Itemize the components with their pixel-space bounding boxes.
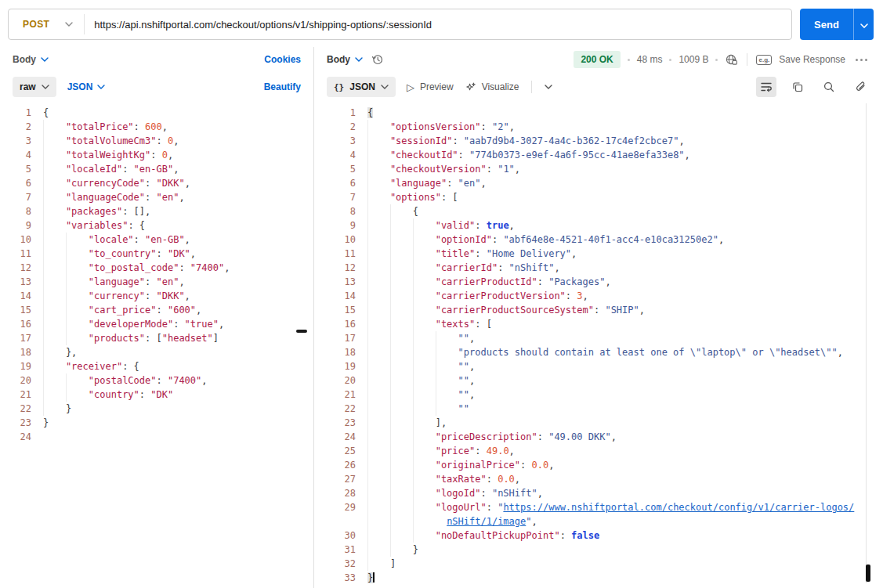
response-format-dropdown[interactable]: {} JSON bbox=[327, 77, 396, 97]
code-token: { bbox=[413, 206, 418, 217]
code-token: "checkoutId" bbox=[390, 150, 458, 161]
code-line: 3"totalVolumeCm3": 0, bbox=[0, 134, 313, 148]
code-token: "en" bbox=[156, 276, 179, 287]
indent-guide bbox=[436, 373, 458, 388]
code-line: 10"optionId": "abf64e8e-4521-40f1-acc4-e… bbox=[314, 233, 883, 247]
code-token: , bbox=[185, 290, 190, 301]
code-token: "priceDescription" bbox=[436, 431, 537, 442]
request-body-label: Body bbox=[13, 54, 36, 65]
pane-resize-handle[interactable] bbox=[296, 330, 307, 333]
response-body-viewer[interactable]: 1{2"optionsVersion": "2",3"sessionId": "… bbox=[314, 102, 883, 588]
code-token: "abf64e8e-4521-40f1-acc4-e10ca31250e2" bbox=[503, 234, 718, 245]
chevron-down-icon bbox=[41, 57, 49, 62]
indent-guide bbox=[390, 233, 413, 247]
indent-guide bbox=[413, 247, 436, 261]
code-token: "DKK" bbox=[156, 290, 184, 301]
indent-guide bbox=[390, 500, 413, 514]
indent-guide bbox=[413, 514, 436, 528]
paperclip-icon[interactable] bbox=[850, 77, 870, 97]
code-token: "DKK" bbox=[157, 178, 185, 189]
indent-guide bbox=[66, 289, 89, 303]
indent-guide bbox=[367, 162, 390, 176]
code-token: ] bbox=[213, 333, 219, 344]
code-token: : bbox=[145, 178, 156, 189]
indent-guide bbox=[367, 261, 390, 275]
code-token: , bbox=[179, 276, 184, 287]
visualize-tab[interactable]: Visualize bbox=[465, 81, 519, 93]
code-text: "language": "en", bbox=[367, 176, 487, 190]
indent-guide bbox=[390, 543, 413, 557]
code-token: "nSHift" bbox=[492, 488, 537, 499]
indent-guide bbox=[43, 303, 66, 317]
code-token: : [ bbox=[145, 333, 162, 344]
code-token: "en-GB" bbox=[145, 234, 185, 245]
view-options-caret[interactable] bbox=[545, 85, 552, 89]
response-body-dropdown[interactable]: Body bbox=[327, 54, 363, 65]
code-token: : bbox=[458, 150, 469, 161]
code-token: "774b0373-e9ef-4a6f-95cc-41ae8efa33e8" bbox=[469, 150, 685, 161]
scrollbar-thumb[interactable] bbox=[866, 565, 870, 582]
line-number: 15 bbox=[0, 303, 43, 317]
code-token: 0.0 bbox=[532, 460, 549, 471]
line-number: 6 bbox=[0, 176, 43, 190]
scrollbar-track[interactable] bbox=[866, 103, 867, 583]
code-line: 15"carrierProductSourceSystem": "SHIP", bbox=[314, 303, 883, 317]
code-line: 27"taxRate": 0.0, bbox=[314, 472, 883, 486]
request-body-editor[interactable]: 1{2"totalPrice": 600,3"totalVolumeCm3": … bbox=[0, 102, 313, 588]
code-token: "to_postal_code" bbox=[89, 262, 179, 273]
code-token: : bbox=[487, 502, 498, 513]
save-response-button[interactable]: Save Response bbox=[779, 54, 845, 65]
preview-tab[interactable]: ▷ Preview bbox=[407, 81, 454, 93]
response-more-menu[interactable] bbox=[852, 56, 870, 64]
wrap-text-button[interactable] bbox=[756, 77, 776, 97]
code-token: , bbox=[685, 150, 690, 161]
network-globe-lock-icon[interactable] bbox=[725, 53, 738, 67]
code-text: "packages": [], bbox=[43, 204, 150, 218]
indent-guide bbox=[43, 345, 66, 359]
send-button[interactable]: Send bbox=[800, 9, 853, 40]
code-token: "price" bbox=[436, 446, 476, 456]
indent-guide bbox=[436, 345, 458, 359]
json-url-link[interactable]: nSHift/1/image bbox=[447, 516, 526, 527]
line-number: 26 bbox=[314, 458, 367, 472]
method-label: POST bbox=[23, 19, 49, 30]
code-line: 17"", bbox=[314, 331, 883, 345]
code-token: "developerMode" bbox=[89, 319, 173, 330]
raw-format-dropdown[interactable]: raw bbox=[13, 77, 56, 97]
url-input[interactable] bbox=[85, 19, 791, 31]
code-text: "to_country": "DK", bbox=[43, 247, 196, 261]
code-text: "logoId": "nSHift", bbox=[367, 486, 543, 500]
indent-guide bbox=[390, 275, 413, 289]
line-number: 9 bbox=[0, 218, 43, 233]
cookies-link[interactable]: Cookies bbox=[264, 54, 301, 65]
code-line: 20"postalCode": "7400", bbox=[0, 373, 313, 388]
line-number: 17 bbox=[0, 331, 43, 345]
language-dropdown[interactable]: JSON bbox=[67, 81, 106, 92]
code-token: : bbox=[156, 248, 167, 259]
code-text: "currency": "DKK", bbox=[43, 289, 190, 303]
copy-icon[interactable] bbox=[787, 77, 808, 97]
line-number: 11 bbox=[314, 247, 367, 261]
indent-guide bbox=[66, 261, 89, 275]
code-line: 12"carrierId": "nShift", bbox=[314, 261, 883, 275]
code-line: 26"originalPrice": 0.0, bbox=[314, 458, 883, 472]
code-token: , bbox=[515, 164, 520, 175]
line-number: 5 bbox=[314, 162, 367, 176]
code-token: { bbox=[43, 107, 49, 118]
send-options-caret[interactable] bbox=[853, 9, 874, 40]
method-dropdown[interactable]: POST bbox=[9, 19, 84, 30]
code-token: "Home Delivery" bbox=[487, 248, 571, 259]
indent-guide bbox=[66, 303, 89, 317]
indent-guide bbox=[367, 134, 390, 148]
beautify-button[interactable]: Beautify bbox=[264, 81, 301, 92]
line-number: 14 bbox=[0, 289, 43, 303]
code-token: : bbox=[560, 530, 571, 541]
line-number: 16 bbox=[314, 317, 367, 331]
request-body-dropdown[interactable]: Body bbox=[13, 54, 49, 65]
json-url-link[interactable]: https://www.nshiftportal.com/checkout/co… bbox=[503, 502, 854, 513]
code-token: : bbox=[475, 446, 486, 456]
code-token: ] bbox=[390, 558, 396, 569]
response-history-icon[interactable] bbox=[367, 49, 388, 70]
search-icon[interactable] bbox=[819, 77, 839, 97]
code-text: "optionsVersion": "2", bbox=[367, 120, 515, 134]
